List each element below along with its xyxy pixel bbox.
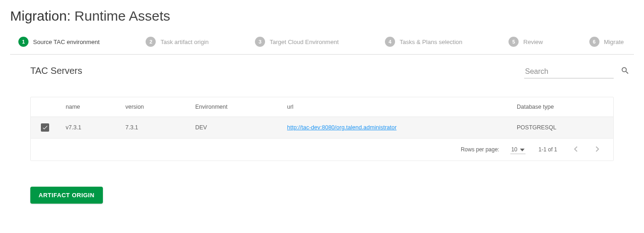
step-review[interactable]: 5 Review xyxy=(508,37,543,47)
step-label: Source TAC environment xyxy=(33,39,100,45)
step-label: Migrate xyxy=(604,39,624,45)
page-title: Migration: Runtime Assets xyxy=(10,8,634,24)
step-label: Tasks & Plans selection xyxy=(400,39,463,45)
table-row[interactable]: v7.3.1 7.3.1 DEV http://tac-dev:8080/org… xyxy=(31,117,613,138)
step-label: Target Cloud Environment xyxy=(270,39,339,45)
col-database-type[interactable]: Database type xyxy=(517,97,613,116)
rows-per-page-value: 10 xyxy=(511,146,517,153)
search-field[interactable] xyxy=(524,66,614,78)
chevron-right-icon xyxy=(596,146,599,153)
step-number: 3 xyxy=(255,37,265,47)
pagination-range: 1-1 of 1 xyxy=(538,146,557,153)
page-title-suffix: Runtime Assets xyxy=(74,8,170,23)
cell-name: v7.3.1 xyxy=(66,118,125,137)
step-tasks-plans-selection[interactable]: 4 Tasks & Plans selection xyxy=(385,37,463,47)
col-name[interactable]: name xyxy=(66,97,125,116)
step-label: Task artifact origin xyxy=(160,39,209,45)
cell-database-type: POSTGRESQL xyxy=(517,118,613,137)
row-checkbox[interactable] xyxy=(41,123,49,132)
col-environment[interactable]: Environment xyxy=(195,97,287,116)
step-number: 2 xyxy=(146,37,156,47)
cell-environment: DEV xyxy=(195,118,287,137)
rows-per-page-select[interactable]: 10 xyxy=(510,145,525,154)
col-url[interactable]: url xyxy=(287,97,517,116)
artifact-origin-button[interactable]: ARTIFACT ORIGIN xyxy=(30,187,103,204)
search-input[interactable] xyxy=(524,67,618,76)
step-target-cloud-environment[interactable]: 3 Target Cloud Environment xyxy=(255,37,339,47)
step-number: 5 xyxy=(508,37,519,47)
step-migrate[interactable]: 6 Migrate xyxy=(589,37,624,47)
prev-page-button[interactable] xyxy=(570,144,581,155)
servers-table: name version Environment url Database ty… xyxy=(30,97,614,161)
step-number: 4 xyxy=(385,37,395,47)
step-number: 6 xyxy=(589,37,599,47)
cell-url-link[interactable]: http://tac-dev:8080/org.talend.administr… xyxy=(287,124,396,131)
rows-per-page-label: Rows per page: xyxy=(461,146,499,153)
caret-down-icon xyxy=(520,146,525,153)
step-label: Review xyxy=(523,39,543,45)
step-number: 1 xyxy=(18,37,28,47)
cell-version: 7.3.1 xyxy=(125,118,195,137)
col-version[interactable]: version xyxy=(125,97,195,116)
table-footer: Rows per page: 10 1-1 of 1 xyxy=(31,138,613,161)
step-source-tac-environment[interactable]: 1 Source TAC environment xyxy=(18,37,100,47)
search-icon xyxy=(621,66,630,77)
stepper: 1 Source TAC environment 2 Task artifact… xyxy=(10,35,634,55)
chevron-left-icon xyxy=(574,146,577,153)
page-title-prefix: Migration: xyxy=(10,8,71,23)
step-task-artifact-origin[interactable]: 2 Task artifact origin xyxy=(146,37,209,47)
table-header: name version Environment url Database ty… xyxy=(31,97,613,117)
next-page-button[interactable] xyxy=(592,144,603,155)
